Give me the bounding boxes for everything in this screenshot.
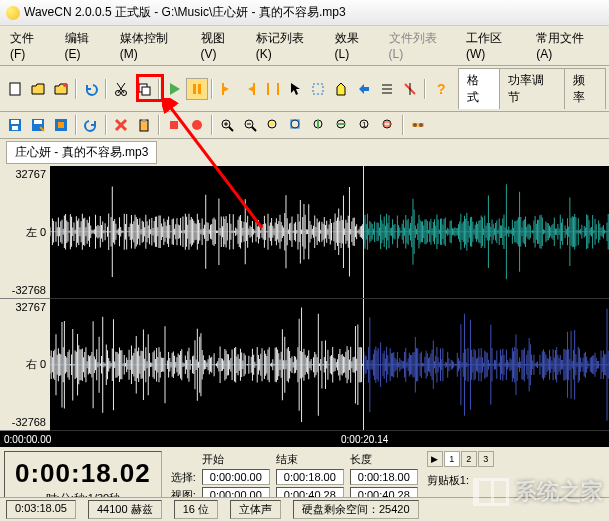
amp-min: -32768 bbox=[12, 284, 46, 296]
status-diskspace: 硬盘剩余空间：25420 bbox=[293, 500, 419, 519]
open-file-button[interactable] bbox=[27, 78, 49, 100]
menu-edit[interactable]: 编辑(E) bbox=[59, 28, 110, 63]
zoom-v-in-button[interactable] bbox=[308, 114, 330, 136]
tab-power[interactable]: 功率调节 bbox=[499, 68, 565, 109]
mark-nav-button[interactable] bbox=[353, 78, 375, 100]
sel-end[interactable]: 0:00:18.00 bbox=[276, 469, 344, 485]
svg-point-33 bbox=[192, 120, 202, 130]
window-title: WaveCN 2.0.0.5 正式版 - G:\Music\庄心妍 - 真的不容… bbox=[24, 4, 346, 21]
svg-rect-23 bbox=[12, 126, 18, 130]
separator bbox=[424, 79, 426, 99]
title-bar: WaveCN 2.0.0.5 正式版 - G:\Music\庄心妍 - 真的不容… bbox=[0, 0, 609, 26]
time-cursor: 0:00:20.14 bbox=[341, 434, 388, 445]
zoom-region-button[interactable] bbox=[377, 114, 399, 136]
mark-add-button[interactable] bbox=[330, 78, 352, 100]
status-bar: 0:03:18.05 44100 赫兹 16 位 立体声 硬盘剩余空间：2542… bbox=[0, 497, 609, 521]
pause-button[interactable] bbox=[186, 78, 208, 100]
recent-file-button[interactable] bbox=[50, 78, 72, 100]
row-sel-label: 选择: bbox=[168, 468, 199, 486]
stop-button[interactable] bbox=[163, 114, 185, 136]
time-ruler[interactable]: 0:00:00.00 0:00:20.14 bbox=[0, 431, 609, 447]
status-bitdepth: 16 位 bbox=[174, 500, 218, 519]
menu-workspace[interactable]: 工作区(W) bbox=[460, 28, 526, 63]
nav-slot-1[interactable]: 1 bbox=[444, 451, 460, 467]
help-button[interactable]: ? bbox=[429, 78, 451, 100]
zoom-in-button[interactable] bbox=[216, 114, 238, 136]
separator bbox=[402, 115, 404, 135]
record-button[interactable] bbox=[186, 114, 208, 136]
zoom-fit-button[interactable] bbox=[285, 114, 307, 136]
play-button[interactable] bbox=[163, 78, 185, 100]
new-file-button[interactable] bbox=[4, 78, 26, 100]
select-tool-button[interactable] bbox=[307, 78, 329, 100]
tab-freq[interactable]: 频率 bbox=[564, 68, 606, 109]
menu-file[interactable]: 文件(F) bbox=[4, 28, 55, 63]
menu-filelist[interactable]: 文件列表(L) bbox=[383, 28, 456, 63]
mark-list-button[interactable] bbox=[376, 78, 398, 100]
separator bbox=[158, 115, 160, 135]
sel-start[interactable]: 0:00:00.00 bbox=[202, 469, 270, 485]
menu-media[interactable]: 媒体控制(M) bbox=[114, 28, 191, 63]
cut-button[interactable] bbox=[110, 78, 132, 100]
svg-rect-22 bbox=[11, 120, 19, 124]
toolbar-row-1: ? 格式 功率调节 频率 bbox=[0, 66, 609, 112]
status-channels: 立体声 bbox=[230, 500, 281, 519]
hdr-start: 开始 bbox=[199, 451, 273, 468]
file-tab-bar: 庄心妍 - 真的不容易.mp3 bbox=[0, 139, 609, 166]
file-tab[interactable]: 庄心妍 - 真的不容易.mp3 bbox=[6, 141, 157, 164]
cursor-tool-button[interactable] bbox=[284, 78, 306, 100]
undo-button[interactable] bbox=[80, 78, 102, 100]
svg-line-39 bbox=[252, 127, 256, 131]
playback-cursor bbox=[363, 166, 364, 298]
waveform-left-channel[interactable] bbox=[50, 166, 609, 299]
channel-right-label: 右 0 bbox=[26, 357, 46, 372]
svg-rect-25 bbox=[34, 120, 42, 124]
paste-button[interactable] bbox=[133, 114, 155, 136]
menu-common[interactable]: 常用文件(A) bbox=[530, 28, 605, 63]
tab-format[interactable]: 格式 bbox=[458, 68, 500, 109]
menu-effects[interactable]: 效果(L) bbox=[329, 28, 379, 63]
svg-point-54 bbox=[413, 123, 417, 127]
save-as-button[interactable] bbox=[27, 114, 49, 136]
svg-text:1: 1 bbox=[362, 120, 367, 129]
timecode-value: 0:00:18.02 bbox=[15, 458, 151, 489]
status-position: 0:03:18.05 bbox=[6, 500, 76, 519]
delete-button[interactable] bbox=[110, 114, 132, 136]
waveform-canvas[interactable] bbox=[50, 166, 609, 431]
nav-play-icon[interactable]: ▶ bbox=[427, 451, 443, 467]
marker-start-button[interactable] bbox=[216, 78, 238, 100]
copy-button[interactable] bbox=[133, 78, 155, 100]
sel-len[interactable]: 0:00:18.00 bbox=[350, 469, 418, 485]
nav-slot-2[interactable]: 2 bbox=[461, 451, 477, 467]
menu-view[interactable]: 视图(V) bbox=[195, 28, 246, 63]
zoom-out-button[interactable] bbox=[239, 114, 261, 136]
svg-rect-9 bbox=[198, 84, 201, 94]
side-tabs: 格式 功率调节 频率 bbox=[458, 68, 605, 109]
mark-clear-button[interactable] bbox=[399, 78, 421, 100]
waveform-area: 32767 左 0 -32768 32767 右 0 -32768 bbox=[0, 166, 609, 447]
zoom-sel-button[interactable] bbox=[262, 114, 284, 136]
svg-rect-31 bbox=[142, 119, 146, 122]
separator bbox=[75, 115, 77, 135]
nav-slot-3[interactable]: 3 bbox=[478, 451, 494, 467]
separator bbox=[105, 79, 107, 99]
separator bbox=[105, 115, 107, 135]
save-selection-button[interactable] bbox=[50, 114, 72, 136]
separator bbox=[158, 79, 160, 99]
waveform-right-channel[interactable] bbox=[50, 299, 609, 432]
menu-bar: 文件(F) 编辑(E) 媒体控制(M) 视图(V) 标记列表(K) 效果(L) … bbox=[0, 26, 609, 66]
svg-point-1 bbox=[63, 83, 67, 87]
zoom-v-out-button[interactable] bbox=[331, 114, 353, 136]
marker-range-button[interactable] bbox=[262, 78, 284, 100]
channel-left-label: 左 0 bbox=[26, 224, 46, 239]
svg-point-43 bbox=[291, 120, 299, 128]
svg-rect-8 bbox=[193, 84, 196, 94]
amp-max: 32767 bbox=[15, 168, 46, 180]
hdr-end: 结束 bbox=[273, 451, 347, 468]
settings-button[interactable] bbox=[407, 114, 429, 136]
marker-end-button[interactable] bbox=[239, 78, 261, 100]
zoom-reset-button[interactable]: 1 bbox=[354, 114, 376, 136]
redo-button[interactable] bbox=[80, 114, 102, 136]
menu-marklist[interactable]: 标记列表(K) bbox=[250, 28, 325, 63]
save-button[interactable] bbox=[4, 114, 26, 136]
